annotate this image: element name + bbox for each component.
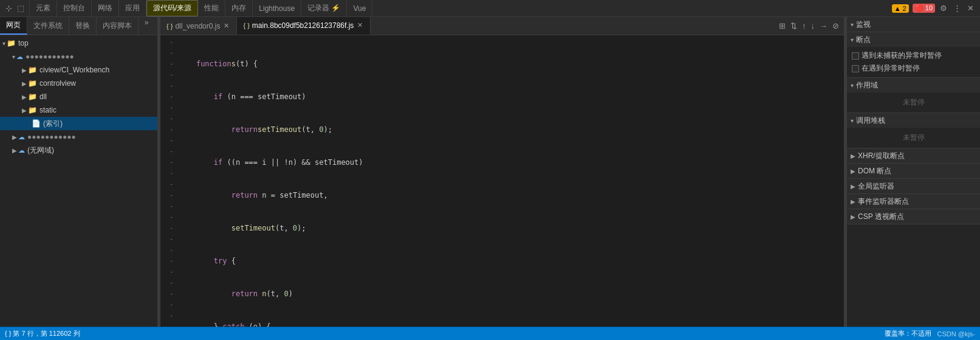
csp-section-header[interactable]: ▶ CSP 透视断点 (847, 209, 980, 224)
tree-item-controlview[interactable]: ▶ 📁 controlview (0, 77, 157, 90)
scope-content: 未暂停 (847, 92, 980, 113)
chevron-right-icon: ▶ (851, 198, 855, 205)
close-tab-button[interactable]: ✕ (356, 21, 364, 30)
event-listeners-section-header[interactable]: ▶ 事件监听器断点 (847, 194, 980, 209)
tab-app[interactable]: 应用 (119, 0, 146, 16)
right-toolbar: ▲ 2 🔴 10 ⚙ ⋮ ✕ (887, 4, 980, 13)
tree-item-index[interactable]: 📄 (索引) (0, 117, 157, 130)
editor-tab-main[interactable]: { } main.8bc09df5b2126123786f.js ✕ (237, 17, 371, 35)
caught-checkbox[interactable] (852, 65, 859, 72)
folder-icon: 📁 (7, 39, 16, 47)
close-tab-button[interactable]: ✕ (222, 21, 230, 30)
tree-item-ciview[interactable]: ▶ 📁 ciview/CI_Workbench (0, 63, 157, 77)
top-toolbar: ⊹ ⬚ 元素 控制台 网络 应用 源代码/来源 性能 内存 Lighthouse… (0, 0, 980, 17)
dom-section-header[interactable]: ▶ DOM 断点 (847, 164, 980, 178)
dom-section: ▶ DOM 断点 (847, 164, 980, 179)
tree-item-nodomain[interactable]: ▶ ☁ (无网域) (0, 144, 157, 157)
csp-section-label: CSP 透视断点 (858, 212, 904, 222)
tab-console[interactable]: 控制台 (57, 0, 92, 16)
right-panel: ▾ 监视 ▾ 断点 遇到未捕获的异常时暂停 在遇到异常时暂停 (846, 17, 980, 327)
tab-recorder[interactable]: 记录器 ⚡ (301, 0, 347, 16)
tab-vue[interactable]: Vue (347, 0, 372, 16)
uncaught-checkbox[interactable] (852, 52, 859, 60)
tab-network[interactable]: 网络 (92, 0, 119, 16)
event-listeners-section: ▶ 事件监听器断点 (847, 194, 980, 209)
chevron-right-icon: ▶ (22, 94, 27, 100)
breakpoint-uncaught: 遇到未捕获的异常时暂停 (852, 49, 975, 62)
tab-sources[interactable]: 源代码/来源 (146, 0, 198, 16)
cloud-icon: ☁ (18, 133, 25, 141)
more-icon[interactable]: ⋮ (952, 4, 962, 13)
tree-item-label: static (39, 106, 57, 114)
more-tabs-button[interactable]: » (141, 17, 152, 28)
tab-performance[interactable]: 性能 (198, 0, 225, 16)
inspect-icon[interactable]: ⬚ (16, 4, 26, 13)
chevron-right-icon: ▶ (22, 80, 27, 87)
editor-tabs: { } dll_vendor0.js ✕ { } main.8bc09df5b2… (160, 17, 844, 35)
sidebar-tab-webpage[interactable]: 网页 (0, 17, 27, 35)
file-tree: ▾ 📁 top ▾ ☁ ●●●●●●●●●●● ▶ 📁 ciview/CI_Wo… (0, 35, 157, 327)
sync-scroll-icon[interactable]: ⇅ (789, 20, 798, 32)
tree-item-label: ●●●●●●●●●●● (27, 133, 76, 141)
coverage-status: 覆盖率：不适用 (885, 329, 931, 338)
chevron-down-icon: ▾ (851, 82, 854, 89)
scope-section-label: 作用域 (856, 80, 878, 91)
tab-elements[interactable]: 元素 (30, 0, 57, 16)
cloud-icon: ☁ (16, 53, 23, 61)
close-devtools-icon[interactable]: ✕ (965, 4, 975, 13)
chevron-right-icon: ▶ (851, 183, 855, 190)
xhr-section: ▶ XHR/提取断点 (847, 148, 980, 164)
file-icon: 📄 (32, 119, 41, 128)
close-panel-icon[interactable]: → (818, 20, 829, 32)
dom-section-label: DOM 断点 (858, 166, 891, 176)
tree-item-label: top (18, 39, 29, 47)
chevron-down-icon: ▾ (851, 36, 854, 43)
tree-item-top[interactable]: ▾ 📁 top (0, 36, 157, 50)
move-down-icon[interactable]: ↓ (810, 20, 817, 32)
sidebar-tab-contentscripts[interactable]: 内容脚本 (97, 17, 139, 35)
tree-item-label: (无网域) (27, 145, 54, 156)
xhr-section-header[interactable]: ▶ XHR/提取断点 (847, 148, 980, 163)
sidebar: 网页 文件系统 替换 内容脚本 » ▾ 📁 top ▾ ☁ ●●●●●●●●●●… (0, 17, 158, 327)
tree-item-static[interactable]: ▶ 📁 static (0, 103, 157, 117)
brand-label: CSDN @kjs- (937, 330, 976, 338)
csp-section: ▶ CSP 透视断点 (847, 209, 980, 224)
breakpoints-section-header[interactable]: ▾ 断点 (847, 32, 980, 47)
watch-section-header[interactable]: ▾ 监视 (847, 17, 980, 32)
tab-lighthouse[interactable]: Lighthouse (253, 0, 301, 16)
tree-item-subdomain[interactable]: ▾ ☁ ●●●●●●●●●●● (0, 50, 157, 63)
main-area: 网页 文件系统 替换 内容脚本 » ▾ 📁 top ▾ ☁ ●●●●●●●●●●… (0, 17, 980, 327)
tree-item-label: (索引) (43, 119, 63, 129)
scope-section-header[interactable]: ▾ 作用域 (847, 78, 980, 92)
cursor-icon[interactable]: ⊹ (4, 4, 13, 13)
sidebar-tabs: 网页 文件系统 替换 内容脚本 » (0, 17, 157, 35)
editor-tab-actions: ⊞ ⇅ ↑ ↓ → ⊘ (774, 20, 844, 32)
code-editor[interactable]: ----- ----- ----- ----- ----- ----- ----… (160, 35, 844, 327)
folder-icon: 📁 (28, 106, 37, 114)
sidebar-tab-overrides[interactable]: 替换 (69, 17, 97, 35)
more-actions-icon[interactable]: ⊘ (831, 20, 840, 32)
tree-item-label: controlview (39, 79, 76, 88)
callstack-content: 未暂停 (847, 128, 980, 148)
js-file-icon: { } (243, 22, 249, 29)
split-editor-icon[interactable]: ⊞ (778, 20, 787, 32)
tree-item-dll[interactable]: ▶ 📁 dll (0, 90, 157, 103)
sidebar-tab-filesystem[interactable]: 文件系统 (27, 17, 69, 35)
tree-item-cloud2[interactable]: ▶ ☁ ●●●●●●●●●●● (0, 130, 157, 144)
status-bar: { } 第 7 行，第 112602 列 覆盖率：不适用 CSDN @kjs- (0, 327, 980, 340)
callstack-placeholder: 未暂停 (852, 130, 975, 145)
chevron-down-icon: ▾ (851, 117, 854, 124)
chevron-right-icon: ▶ (12, 147, 17, 154)
chevron-down-icon: ▾ (851, 21, 854, 28)
global-listeners-section-header[interactable]: ▶ 全局监听器 (847, 179, 980, 193)
folder-icon: 📁 (28, 66, 37, 74)
move-up-icon[interactable]: ↑ (801, 20, 807, 32)
callstack-section-header[interactable]: ▾ 调用堆栈 (847, 113, 980, 128)
scope-section: ▾ 作用域 未暂停 (847, 78, 980, 113)
tab-memory[interactable]: 内存 (225, 0, 253, 16)
settings-icon[interactable]: ⚙ (939, 4, 948, 13)
code-content: function s(t) { if (n === setTimeout) re… (179, 35, 844, 327)
cloud-icon: ☁ (18, 147, 25, 154)
chevron-right-icon: ▶ (851, 213, 855, 220)
editor-tab-dll[interactable]: { } dll_vendor0.js ✕ (160, 17, 237, 35)
